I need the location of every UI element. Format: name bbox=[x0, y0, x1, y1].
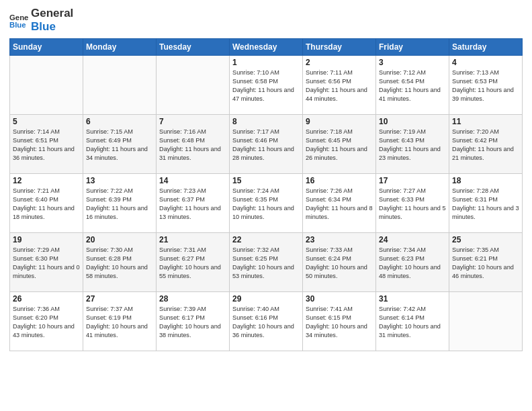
day-number: 21 bbox=[159, 235, 226, 244]
calendar-week-row: 12Sunrise: 7:21 AM Sunset: 6:40 PM Dayli… bbox=[10, 174, 523, 233]
day-info: Sunrise: 7:32 AM Sunset: 6:25 PM Dayligh… bbox=[232, 246, 300, 281]
day-info: Sunrise: 7:23 AM Sunset: 6:37 PM Dayligh… bbox=[159, 187, 226, 222]
day-info: Sunrise: 7:30 AM Sunset: 6:28 PM Dayligh… bbox=[86, 246, 153, 281]
day-number: 16 bbox=[306, 176, 373, 185]
day-info: Sunrise: 7:29 AM Sunset: 6:30 PM Dayligh… bbox=[13, 246, 80, 281]
calendar-week-row: 19Sunrise: 7:29 AM Sunset: 6:30 PM Dayli… bbox=[10, 233, 523, 292]
day-info: Sunrise: 7:41 AM Sunset: 6:15 PM Dayligh… bbox=[306, 305, 373, 340]
day-info: Sunrise: 7:40 AM Sunset: 6:16 PM Dayligh… bbox=[232, 305, 300, 340]
calendar-header-row: SundayMondayTuesdayWednesdayThursdayFrid… bbox=[10, 39, 523, 56]
logo: General Blue General Blue bbox=[9, 7, 73, 33]
calendar-cell: 12Sunrise: 7:21 AM Sunset: 6:40 PM Dayli… bbox=[10, 174, 83, 233]
calendar-cell: 24Sunrise: 7:34 AM Sunset: 6:23 PM Dayli… bbox=[376, 233, 449, 292]
day-info: Sunrise: 7:39 AM Sunset: 6:17 PM Dayligh… bbox=[159, 305, 226, 340]
logo-blue: Blue bbox=[31, 20, 73, 34]
day-number: 4 bbox=[452, 58, 519, 67]
calendar-cell: 17Sunrise: 7:27 AM Sunset: 6:33 PM Dayli… bbox=[376, 174, 449, 233]
day-number: 17 bbox=[379, 176, 446, 185]
calendar-cell: 21Sunrise: 7:31 AM Sunset: 6:27 PM Dayli… bbox=[157, 233, 230, 292]
day-info: Sunrise: 7:18 AM Sunset: 6:45 PM Dayligh… bbox=[306, 128, 373, 163]
calendar-cell: 19Sunrise: 7:29 AM Sunset: 6:30 PM Dayli… bbox=[10, 233, 83, 292]
calendar-cell: 14Sunrise: 7:23 AM Sunset: 6:37 PM Dayli… bbox=[157, 174, 230, 233]
day-info: Sunrise: 7:22 AM Sunset: 6:39 PM Dayligh… bbox=[86, 187, 153, 222]
weekday-header-thursday: Thursday bbox=[303, 39, 376, 56]
day-info: Sunrise: 7:35 AM Sunset: 6:21 PM Dayligh… bbox=[452, 246, 519, 281]
calendar-cell: 8Sunrise: 7:17 AM Sunset: 6:46 PM Daylig… bbox=[230, 115, 303, 174]
weekday-header-friday: Friday bbox=[376, 39, 449, 56]
day-number: 31 bbox=[379, 294, 446, 304]
day-info: Sunrise: 7:10 AM Sunset: 6:58 PM Dayligh… bbox=[232, 68, 300, 103]
calendar-cell bbox=[449, 292, 523, 351]
day-info: Sunrise: 7:36 AM Sunset: 6:20 PM Dayligh… bbox=[13, 305, 80, 340]
calendar-cell: 2Sunrise: 7:11 AM Sunset: 6:56 PM Daylig… bbox=[303, 56, 376, 115]
day-number: 3 bbox=[379, 58, 446, 67]
day-number: 27 bbox=[86, 294, 153, 304]
weekday-header-monday: Monday bbox=[83, 39, 157, 56]
weekday-header-saturday: Saturday bbox=[449, 39, 523, 56]
day-number: 2 bbox=[306, 58, 373, 67]
day-number: 8 bbox=[232, 117, 300, 126]
calendar-cell: 20Sunrise: 7:30 AM Sunset: 6:28 PM Dayli… bbox=[83, 233, 157, 292]
day-number: 9 bbox=[306, 117, 373, 126]
day-info: Sunrise: 7:37 AM Sunset: 6:19 PM Dayligh… bbox=[86, 305, 153, 340]
day-number: 10 bbox=[379, 117, 446, 126]
calendar-cell: 13Sunrise: 7:22 AM Sunset: 6:39 PM Dayli… bbox=[83, 174, 157, 233]
calendar-cell: 16Sunrise: 7:26 AM Sunset: 6:34 PM Dayli… bbox=[303, 174, 376, 233]
calendar-cell: 30Sunrise: 7:41 AM Sunset: 6:15 PM Dayli… bbox=[303, 292, 376, 351]
day-info: Sunrise: 7:34 AM Sunset: 6:23 PM Dayligh… bbox=[379, 246, 446, 281]
logo-general: General bbox=[31, 7, 73, 20]
calendar-week-row: 5Sunrise: 7:14 AM Sunset: 6:51 PM Daylig… bbox=[10, 115, 523, 174]
day-number: 24 bbox=[379, 235, 446, 244]
calendar-cell: 27Sunrise: 7:37 AM Sunset: 6:19 PM Dayli… bbox=[83, 292, 157, 351]
day-info: Sunrise: 7:28 AM Sunset: 6:31 PM Dayligh… bbox=[452, 187, 519, 222]
calendar-cell: 31Sunrise: 7:42 AM Sunset: 6:14 PM Dayli… bbox=[376, 292, 449, 351]
day-number: 1 bbox=[232, 58, 300, 67]
svg-text:Blue: Blue bbox=[9, 20, 26, 28]
calendar-cell: 9Sunrise: 7:18 AM Sunset: 6:45 PM Daylig… bbox=[303, 115, 376, 174]
day-info: Sunrise: 7:21 AM Sunset: 6:40 PM Dayligh… bbox=[13, 187, 80, 222]
day-number: 12 bbox=[13, 176, 80, 185]
day-info: Sunrise: 7:13 AM Sunset: 6:53 PM Dayligh… bbox=[452, 68, 519, 103]
day-info: Sunrise: 7:12 AM Sunset: 6:54 PM Dayligh… bbox=[379, 68, 446, 103]
calendar-cell: 15Sunrise: 7:24 AM Sunset: 6:35 PM Dayli… bbox=[230, 174, 303, 233]
weekday-header-tuesday: Tuesday bbox=[157, 39, 230, 56]
day-number: 15 bbox=[232, 176, 300, 185]
day-info: Sunrise: 7:19 AM Sunset: 6:43 PM Dayligh… bbox=[379, 128, 446, 163]
calendar-cell: 23Sunrise: 7:33 AM Sunset: 6:24 PM Dayli… bbox=[303, 233, 376, 292]
calendar-cell: 7Sunrise: 7:16 AM Sunset: 6:48 PM Daylig… bbox=[157, 115, 230, 174]
calendar-cell: 22Sunrise: 7:32 AM Sunset: 6:25 PM Dayli… bbox=[230, 233, 303, 292]
day-info: Sunrise: 7:15 AM Sunset: 6:49 PM Dayligh… bbox=[86, 128, 153, 163]
day-number: 7 bbox=[159, 117, 226, 126]
calendar-cell: 11Sunrise: 7:20 AM Sunset: 6:42 PM Dayli… bbox=[449, 115, 523, 174]
day-number: 25 bbox=[452, 235, 519, 244]
day-number: 19 bbox=[13, 235, 80, 244]
calendar-cell: 6Sunrise: 7:15 AM Sunset: 6:49 PM Daylig… bbox=[83, 115, 157, 174]
calendar-cell: 26Sunrise: 7:36 AM Sunset: 6:20 PM Dayli… bbox=[10, 292, 83, 351]
day-number: 23 bbox=[306, 235, 373, 244]
day-info: Sunrise: 7:11 AM Sunset: 6:56 PM Dayligh… bbox=[306, 68, 373, 103]
calendar-cell: 5Sunrise: 7:14 AM Sunset: 6:51 PM Daylig… bbox=[10, 115, 83, 174]
day-info: Sunrise: 7:33 AM Sunset: 6:24 PM Dayligh… bbox=[306, 246, 373, 281]
day-number: 30 bbox=[306, 294, 373, 304]
calendar-cell bbox=[10, 56, 83, 115]
day-info: Sunrise: 7:31 AM Sunset: 6:27 PM Dayligh… bbox=[159, 246, 226, 281]
weekday-header-wednesday: Wednesday bbox=[230, 39, 303, 56]
day-info: Sunrise: 7:20 AM Sunset: 6:42 PM Dayligh… bbox=[452, 128, 519, 163]
day-number: 20 bbox=[86, 235, 153, 244]
day-number: 29 bbox=[232, 294, 300, 304]
page-header: General Blue General Blue bbox=[9, 7, 523, 33]
day-info: Sunrise: 7:16 AM Sunset: 6:48 PM Dayligh… bbox=[159, 128, 226, 163]
day-number: 13 bbox=[86, 176, 153, 185]
calendar-cell: 29Sunrise: 7:40 AM Sunset: 6:16 PM Dayli… bbox=[230, 292, 303, 351]
calendar-cell: 3Sunrise: 7:12 AM Sunset: 6:54 PM Daylig… bbox=[376, 56, 449, 115]
day-number: 11 bbox=[452, 117, 519, 126]
day-info: Sunrise: 7:14 AM Sunset: 6:51 PM Dayligh… bbox=[13, 128, 80, 163]
day-number: 14 bbox=[159, 176, 226, 185]
calendar-cell: 4Sunrise: 7:13 AM Sunset: 6:53 PM Daylig… bbox=[449, 56, 523, 115]
day-number: 6 bbox=[86, 117, 153, 126]
day-info: Sunrise: 7:27 AM Sunset: 6:33 PM Dayligh… bbox=[379, 187, 446, 222]
calendar-week-row: 1Sunrise: 7:10 AM Sunset: 6:58 PM Daylig… bbox=[10, 56, 523, 115]
day-info: Sunrise: 7:17 AM Sunset: 6:46 PM Dayligh… bbox=[232, 128, 300, 163]
calendar-cell: 25Sunrise: 7:35 AM Sunset: 6:21 PM Dayli… bbox=[449, 233, 523, 292]
day-info: Sunrise: 7:26 AM Sunset: 6:34 PM Dayligh… bbox=[306, 187, 373, 222]
